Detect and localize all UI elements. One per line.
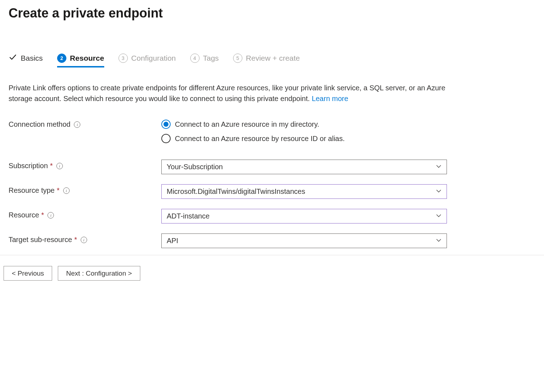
radio-icon	[161, 120, 171, 129]
resource-type-label: Resource type	[9, 186, 55, 195]
page-title: Create a private endpoint	[9, 6, 535, 21]
resource-dropdown[interactable]: ADT-instance	[161, 209, 447, 223]
chevron-down-icon	[436, 237, 442, 245]
next-button[interactable]: Next : Configuration >	[58, 266, 140, 281]
step-number-icon: 4	[190, 54, 200, 63]
required-marker: *	[50, 162, 53, 170]
target-sub-resource-dropdown[interactable]: API	[161, 233, 447, 248]
step-number-icon: 5	[233, 54, 242, 63]
wizard-tabs: Basics 2 Resource 3 Configuration 4 Tags…	[9, 53, 535, 67]
tab-label: Review + create	[246, 54, 300, 62]
info-icon[interactable]: i	[56, 163, 63, 169]
dropdown-value: API	[167, 237, 178, 245]
tab-tags[interactable]: 4 Tags	[190, 53, 219, 67]
subscription-label: Subscription	[9, 162, 48, 170]
tab-description: Private Link offers options to create pr…	[9, 82, 453, 104]
step-number-icon: 2	[57, 54, 66, 63]
dropdown-value: Microsoft.DigitalTwins/digitalTwinsInsta…	[167, 187, 305, 196]
tab-configuration[interactable]: 3 Configuration	[119, 53, 176, 67]
connection-method-label: Connection method	[9, 120, 70, 129]
check-icon	[9, 53, 17, 63]
tab-label: Tags	[203, 54, 219, 62]
learn-more-link[interactable]: Learn more	[312, 95, 348, 102]
required-marker: *	[41, 211, 44, 219]
target-sub-resource-label: Target sub-resource	[9, 236, 72, 244]
dropdown-value: ADT-instance	[167, 212, 210, 220]
info-icon[interactable]: i	[74, 121, 80, 128]
footer-divider	[0, 255, 544, 255]
radio-connect-resource-id[interactable]: Connect to an Azure resource by resource…	[161, 134, 447, 143]
tab-resource[interactable]: 2 Resource	[57, 53, 104, 67]
info-icon[interactable]: i	[81, 237, 87, 243]
description-text: Private Link offers options to create pr…	[9, 84, 445, 102]
tab-label: Resource	[70, 54, 104, 62]
info-icon[interactable]: i	[63, 187, 70, 194]
radio-label: Connect to an Azure resource by resource…	[175, 135, 345, 143]
radio-label: Connect to an Azure resource in my direc…	[175, 120, 319, 129]
tab-label: Basics	[21, 54, 43, 62]
dropdown-value: Your-Subscription	[167, 163, 223, 171]
subscription-dropdown[interactable]: Your-Subscription	[161, 160, 447, 174]
tab-label: Configuration	[131, 54, 176, 62]
step-number-icon: 3	[119, 54, 128, 63]
previous-button[interactable]: < Previous	[4, 266, 52, 281]
required-marker: *	[74, 236, 77, 244]
resource-label: Resource	[9, 211, 39, 219]
chevron-down-icon	[436, 163, 442, 171]
tab-basics[interactable]: Basics	[9, 53, 43, 67]
chevron-down-icon	[436, 212, 442, 220]
connection-method-radio-group: Connect to an Azure resource in my direc…	[161, 120, 447, 143]
radio-connect-directory[interactable]: Connect to an Azure resource in my direc…	[161, 120, 447, 129]
resource-type-dropdown[interactable]: Microsoft.DigitalTwins/digitalTwinsInsta…	[161, 184, 447, 199]
chevron-down-icon	[436, 187, 442, 196]
radio-icon	[161, 134, 171, 143]
tab-review-create[interactable]: 5 Review + create	[233, 53, 300, 67]
required-marker: *	[57, 186, 60, 195]
info-icon[interactable]: i	[47, 212, 54, 218]
